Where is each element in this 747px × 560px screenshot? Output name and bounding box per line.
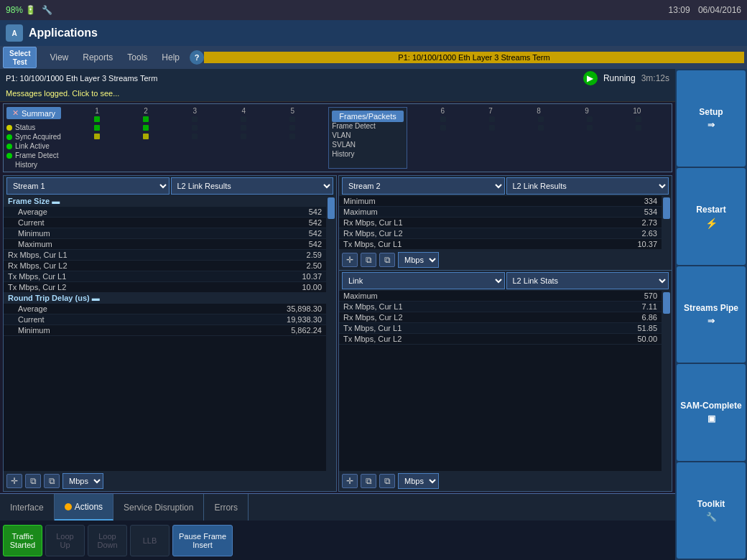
test-banner: P1: 10/100/1000 Eth Layer 3 Streams Term	[204, 52, 744, 63]
llb-button[interactable]: LLB	[130, 525, 170, 556]
row-value: 2.59	[307, 251, 322, 259]
led-row-1	[67, 115, 323, 123]
led-3-2	[192, 125, 198, 131]
port-2: 2	[144, 107, 148, 115]
paste-icon-btn[interactable]: ⧉	[44, 474, 60, 488]
move-icon-btn[interactable]: ✛	[342, 253, 358, 267]
copy-icon-btn[interactable]: ⧉	[25, 474, 41, 488]
status-label-history: History	[6, 161, 37, 169]
link-select[interactable]: Link	[342, 272, 505, 289]
loop-down-button[interactable]: LoopDown	[88, 525, 127, 556]
summary-status-list: Status Sync Acquired Link Active	[6, 123, 61, 169]
table-row: Minimum 5,862.24	[4, 325, 326, 336]
led-9-1	[587, 116, 593, 122]
restart-button[interactable]: Restart ⚡	[677, 168, 746, 264]
messages-bar[interactable]: Messages logged. Click to see...	[0, 88, 675, 102]
status-label-status: Status	[15, 123, 35, 131]
streams-pipe-button[interactable]: Streams Pipe ⇒	[677, 266, 746, 363]
status-row-history: History	[6, 161, 61, 169]
menu-reports[interactable]: Reports	[75, 50, 120, 65]
setup-button[interactable]: Setup ⇒	[677, 70, 746, 167]
elapsed-time: 3m:12s	[641, 73, 669, 83]
stream2-unit-select-top[interactable]: Mbps	[398, 252, 439, 268]
tab-service-disruption[interactable]: Service Disruption	[113, 494, 204, 521]
stream1-toolbar: ✛ ⧉ ⧉ Mbps Gbps %	[4, 471, 336, 491]
paste-icon-btn[interactable]: ⧉	[379, 253, 395, 267]
stream2-select[interactable]: Stream 2 Stream 1	[342, 177, 505, 195]
bottom-action-bar: TrafficStarted LoopUp LoopDown LLB Pause…	[0, 521, 675, 560]
battery-icon: 🔋	[25, 5, 36, 15]
row-value: 5,862.24	[291, 326, 322, 335]
stream2-panel: Stream 2 Stream 1 L2 Link Results Minimu…	[338, 175, 672, 492]
port-1: 1	[95, 107, 99, 115]
copy-icon-btn-link[interactable]: ⧉	[361, 474, 376, 488]
stream2-top-scrollbar[interactable]	[662, 196, 672, 250]
restart-label: Restart	[696, 205, 725, 215]
row-label: Tx Mbps, Cur L1	[343, 324, 402, 332]
content-area: P1: 10/100/1000 Eth Layer 3 Streams Term…	[0, 69, 747, 560]
row-value: 10.00	[302, 283, 322, 291]
sam-complete-label: SAM-Complete	[680, 401, 741, 411]
row-value: 2.63	[642, 229, 657, 238]
menu-tools[interactable]: Tools	[120, 50, 154, 65]
summary-close-icon[interactable]: ✕	[12, 108, 19, 118]
select-test-button[interactable]: Select Test	[3, 47, 37, 68]
sam-complete-button[interactable]: SAM-Complete ▣	[677, 364, 746, 460]
stream1-unit-select[interactable]: Mbps Gbps %	[62, 473, 103, 489]
stream2-result-select[interactable]: L2 Link Results	[506, 177, 669, 195]
toolkit-button[interactable]: Toolkit 🔧	[677, 462, 746, 559]
row-value: 10.37	[637, 240, 657, 248]
status-row-status: Status	[6, 123, 61, 131]
table-row: Minimum 542	[4, 228, 326, 239]
frame-detect-option: Frame Detect	[332, 122, 403, 130]
stream1-select[interactable]: Stream 1 Stream 2	[6, 177, 170, 195]
stream1-content: Frame Size ▬ Average 542 Current 542	[4, 196, 336, 471]
loop-up-button[interactable]: LoopUp	[45, 525, 85, 556]
row-value: 542	[309, 229, 322, 238]
led-10-2	[636, 125, 641, 131]
tab-errors[interactable]: Errors	[204, 494, 249, 521]
move-icon-btn[interactable]: ✛	[6, 474, 22, 488]
table-row: Average 35,898.30	[4, 304, 326, 314]
stream2-top-content: Minimum 334 Maximum 534 Rx Mbps, Cur L1 …	[339, 196, 672, 250]
table-row: Current 19,938.30	[4, 314, 326, 325]
tab-actions[interactable]: Actions	[55, 494, 113, 521]
stream1-result-select[interactable]: L2 Link Results	[171, 177, 334, 195]
menu-view[interactable]: View	[42, 50, 75, 65]
play-button[interactable]: ▶	[583, 71, 598, 85]
setup-label: Setup	[699, 107, 723, 117]
led-row-r2	[413, 123, 669, 132]
tab-interface-label: Interface	[10, 503, 44, 513]
move-icon-btn-link[interactable]: ✛	[342, 474, 358, 488]
row-value: 2.50	[307, 261, 322, 270]
led-1-3	[94, 134, 100, 139]
traffic-started-button[interactable]: TrafficStarted	[3, 525, 42, 556]
table-row: Tx Mbps, Cur L2 50.00	[339, 334, 662, 345]
bottom-tabs: Interface Actions Service Disruption Err…	[0, 493, 675, 521]
link-scrollbar[interactable]	[662, 291, 672, 471]
paste-icon-btn-link[interactable]: ⧉	[379, 474, 395, 488]
menu-help[interactable]: Help	[154, 50, 187, 65]
stream1-table: Frame Size ▬ Average 542 Current 542	[4, 196, 326, 471]
pause-frame-insert-button[interactable]: Pause FrameInsert	[172, 525, 233, 556]
status-label-link: Link Active	[15, 142, 50, 150]
row-label: Average	[8, 304, 47, 313]
link-stats-select[interactable]: L2 Link Stats	[506, 272, 669, 289]
row-value: 35,898.30	[287, 304, 322, 313]
stream1-scrollbar[interactable]	[326, 196, 336, 471]
frames-tab-button[interactable]: Frames/Packets	[332, 111, 403, 122]
led-10-1	[636, 116, 641, 122]
summary-tab[interactable]: ✕ Summary	[6, 107, 61, 119]
table-row: Tx Mbps, Cur L1 51.85	[339, 323, 662, 334]
row-value: 334	[644, 197, 657, 205]
status-dot-frame	[6, 153, 12, 159]
tab-actions-label: Actions	[75, 502, 103, 512]
help-icon-button[interactable]: ?	[190, 50, 204, 65]
link-header: Link L2 Link Stats	[339, 271, 672, 291]
status-dot-link	[6, 144, 12, 149]
link-unit-select[interactable]: Mbps	[398, 473, 439, 489]
copy-icon-btn[interactable]: ⧉	[361, 253, 376, 267]
menu-bar: Select Test View Reports Tools Help ? P1…	[0, 46, 747, 69]
row-value: 19,938.30	[287, 315, 322, 324]
tab-interface[interactable]: Interface	[0, 494, 55, 521]
